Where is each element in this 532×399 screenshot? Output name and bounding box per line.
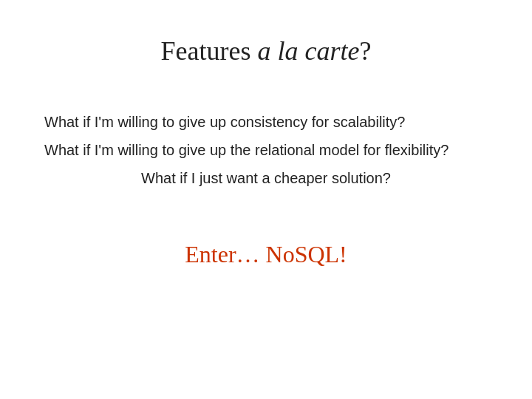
question-3: What if I just want a cheaper solution? <box>141 167 391 189</box>
nosql-callout: Enter… NoSQL! <box>185 241 347 268</box>
slide-title: Features a la carte? <box>161 35 372 66</box>
title-italic: a la carte <box>258 36 360 66</box>
title-suffix: ? <box>359 36 371 66</box>
title-text-plain: Features <box>161 36 258 66</box>
question-2: What if I'm willing to give up the relat… <box>44 139 449 161</box>
slide: Features a la carte? What if I'm willing… <box>0 0 532 399</box>
question-1: What if I'm willing to give up consisten… <box>44 111 405 133</box>
questions-block: What if I'm willing to give up consisten… <box>44 111 488 189</box>
